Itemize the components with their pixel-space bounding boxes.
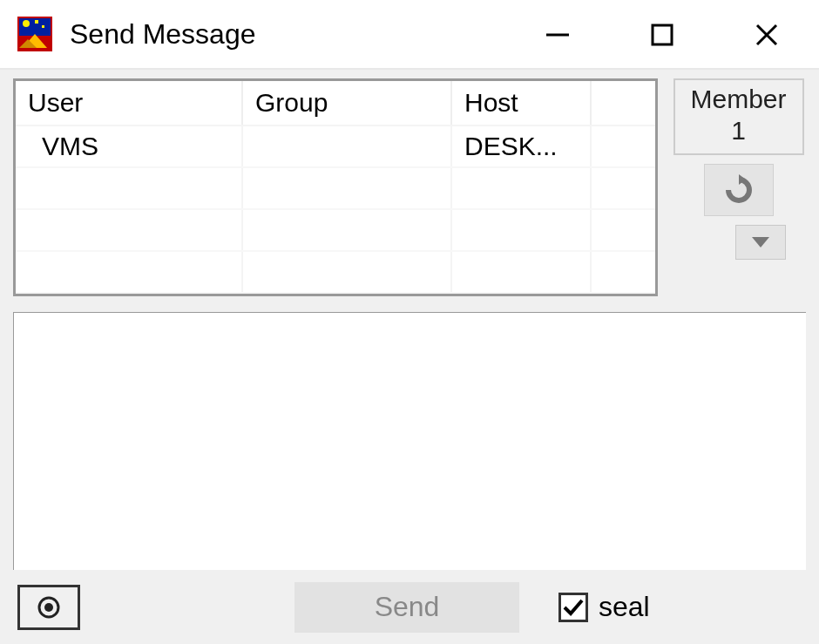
- member-count: 1: [675, 115, 802, 146]
- col-header-spacer: [591, 81, 656, 125]
- window-controls: [505, 0, 819, 68]
- svg-marker-12: [752, 237, 769, 247]
- cell-group: [242, 125, 451, 167]
- svg-rect-4: [42, 25, 44, 28]
- message-input[interactable]: [13, 312, 806, 570]
- svg-rect-8: [653, 25, 672, 44]
- cell-user: VMS: [16, 125, 242, 167]
- svg-rect-3: [35, 20, 38, 24]
- col-header-group[interactable]: Group: [242, 81, 451, 125]
- window-title: Send Message: [70, 18, 505, 51]
- minimize-button[interactable]: [505, 0, 610, 70]
- member-label: Member: [675, 84, 802, 115]
- svg-point-14: [44, 603, 53, 612]
- col-header-host[interactable]: Host: [451, 81, 591, 125]
- maximize-button[interactable]: [610, 0, 714, 70]
- chevron-down-icon: [750, 235, 771, 249]
- cell-host: DESK...: [451, 125, 591, 167]
- content-area: User Group Host VMS DESK...: [0, 70, 819, 570]
- refresh-button[interactable]: [704, 164, 774, 216]
- titlebar: Send Message: [0, 0, 819, 70]
- maximize-icon: [649, 22, 675, 48]
- recipient-table[interactable]: User Group Host VMS DESK...: [13, 78, 658, 296]
- svg-point-2: [23, 20, 30, 27]
- table-header-row: User Group Host: [16, 81, 656, 125]
- seal-label: seal: [599, 591, 650, 623]
- close-button[interactable]: [714, 0, 819, 70]
- attach-icon: [36, 594, 62, 620]
- send-button[interactable]: Send: [294, 582, 519, 633]
- table-row[interactable]: [16, 251, 656, 293]
- table-row[interactable]: VMS DESK...: [16, 125, 656, 167]
- bottom-bar: Send seal: [0, 570, 819, 644]
- col-header-user[interactable]: User: [16, 81, 242, 125]
- dropdown-button[interactable]: [735, 225, 786, 260]
- app-icon: [17, 17, 52, 51]
- minimize-icon: [545, 22, 571, 48]
- table-row[interactable]: [16, 167, 656, 209]
- close-icon: [754, 22, 780, 48]
- refresh-icon: [723, 174, 755, 206]
- attach-button[interactable]: [17, 585, 80, 630]
- member-count-box: Member 1: [673, 78, 804, 155]
- cell-spacer: [591, 125, 656, 167]
- top-row: User Group Host VMS DESK...: [13, 78, 806, 296]
- seal-checkbox[interactable]: [558, 593, 588, 622]
- table-row[interactable]: [16, 209, 656, 251]
- side-column: Member 1: [671, 78, 806, 296]
- seal-option: seal: [558, 591, 650, 623]
- check-icon: [562, 596, 585, 619]
